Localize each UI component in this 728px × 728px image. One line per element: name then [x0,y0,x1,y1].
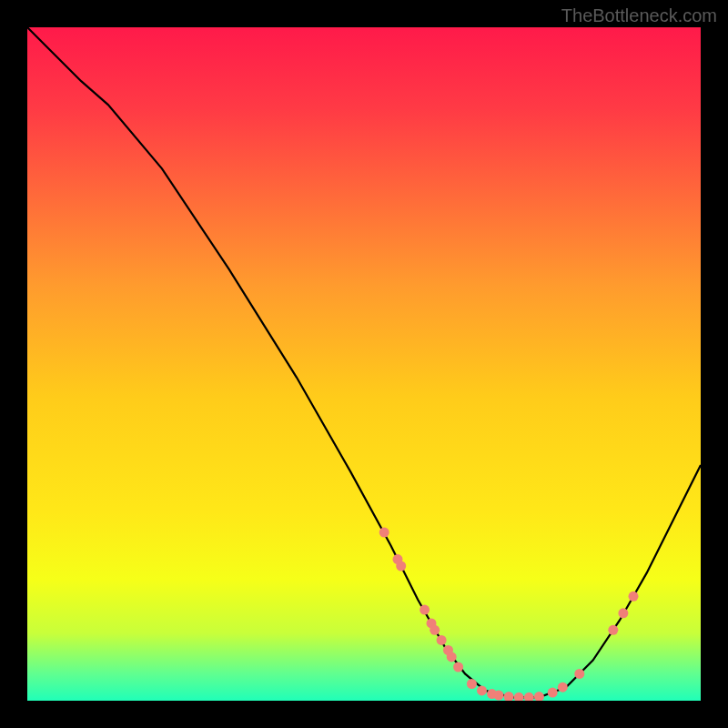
data-marker [548,688,558,698]
data-marker [504,692,514,701]
data-marker [437,635,447,645]
data-marker [453,662,463,672]
data-marker [477,685,487,695]
data-marker [629,592,639,602]
data-marker [379,528,389,538]
data-marker [524,693,534,701]
chart-plot-area [27,27,701,701]
data-marker [447,652,457,662]
data-marker [420,605,430,615]
data-marker [514,693,524,701]
data-marker [574,669,584,679]
data-marker [467,679,477,689]
data-marker [618,608,628,618]
data-marker [608,625,618,635]
watermark-text: TheBottleneck.com [561,5,717,26]
bottleneck-curve [27,27,701,697]
markers-bottom-valley [467,679,568,701]
data-marker [534,692,544,701]
data-marker [558,682,568,693]
chart-svg [27,27,701,701]
data-marker [430,625,440,635]
data-marker [396,561,406,571]
data-marker [494,691,504,701]
